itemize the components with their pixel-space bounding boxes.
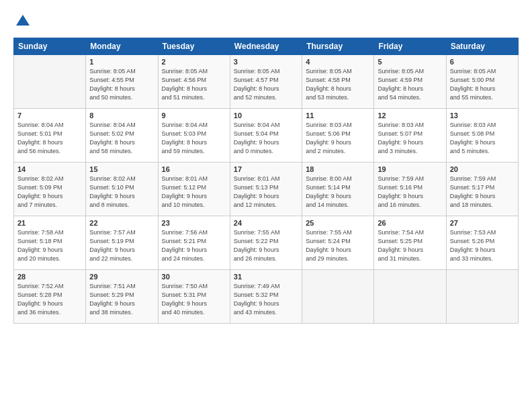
day-number: 24 (234, 219, 298, 227)
day-number: 11 (306, 111, 370, 120)
day-number: 2 (162, 58, 226, 66)
day-info: Sunrise: 7:56 AM Sunset: 5:21 PM Dayligh… (162, 228, 226, 263)
calendar-cell (14, 55, 86, 109)
calendar-cell: 31Sunrise: 7:49 AM Sunset: 5:32 PM Dayli… (230, 270, 302, 324)
header-row (13, 12, 519, 31)
day-info: Sunrise: 7:59 AM Sunset: 5:16 PM Dayligh… (378, 175, 442, 210)
page: SundayMondayTuesdayWednesdayThursdayFrid… (0, 0, 532, 332)
day-number: 10 (234, 111, 298, 120)
calendar-cell: 10Sunrise: 8:04 AM Sunset: 5:04 PM Dayli… (230, 109, 302, 163)
day-info: Sunrise: 7:49 AM Sunset: 5:32 PM Dayligh… (234, 282, 298, 317)
day-header-sunday: Sunday (14, 38, 86, 55)
calendar-cell: 1Sunrise: 8:05 AM Sunset: 4:55 PM Daylig… (86, 55, 158, 109)
calendar-cell (302, 270, 374, 324)
calendar-cell: 28Sunrise: 7:52 AM Sunset: 5:28 PM Dayli… (14, 270, 86, 324)
week-row-0: 1Sunrise: 8:05 AM Sunset: 4:55 PM Daylig… (14, 55, 519, 109)
calendar-cell: 9Sunrise: 8:04 AM Sunset: 5:03 PM Daylig… (158, 109, 230, 163)
day-number: 14 (17, 165, 82, 173)
calendar-cell: 27Sunrise: 7:53 AM Sunset: 5:26 PM Dayli… (446, 216, 518, 270)
day-number: 8 (89, 111, 154, 120)
day-header-saturday: Saturday (446, 38, 518, 55)
calendar-cell: 14Sunrise: 8:02 AM Sunset: 5:09 PM Dayli… (14, 163, 86, 216)
day-info: Sunrise: 7:51 AM Sunset: 5:29 PM Dayligh… (89, 282, 154, 317)
calendar-cell: 21Sunrise: 7:58 AM Sunset: 5:18 PM Dayli… (14, 216, 86, 270)
calendar-cell: 22Sunrise: 7:57 AM Sunset: 5:19 PM Dayli… (86, 216, 158, 270)
day-number: 6 (450, 58, 515, 66)
day-number: 7 (17, 111, 82, 120)
day-info: Sunrise: 8:04 AM Sunset: 5:01 PM Dayligh… (17, 121, 82, 156)
day-number: 17 (234, 165, 298, 173)
day-number: 3 (234, 58, 298, 66)
day-header-monday: Monday (86, 38, 158, 55)
day-info: Sunrise: 8:05 AM Sunset: 5:00 PM Dayligh… (450, 67, 515, 102)
day-info: Sunrise: 8:05 AM Sunset: 4:56 PM Dayligh… (162, 67, 226, 102)
calendar-table: SundayMondayTuesdayWednesdayThursdayFrid… (13, 38, 519, 324)
calendar-cell: 6Sunrise: 8:05 AM Sunset: 5:00 PM Daylig… (446, 55, 518, 109)
day-number: 19 (378, 165, 442, 173)
day-info: Sunrise: 8:00 AM Sunset: 5:14 PM Dayligh… (306, 175, 370, 210)
day-info: Sunrise: 8:05 AM Sunset: 4:55 PM Dayligh… (89, 67, 154, 102)
day-number: 13 (450, 111, 515, 120)
header-row-days: SundayMondayTuesdayWednesdayThursdayFrid… (14, 38, 519, 55)
week-row-4: 28Sunrise: 7:52 AM Sunset: 5:28 PM Dayli… (14, 270, 519, 324)
day-number: 16 (162, 165, 226, 173)
calendar-cell: 29Sunrise: 7:51 AM Sunset: 5:29 PM Dayli… (86, 270, 158, 324)
day-info: Sunrise: 7:55 AM Sunset: 5:22 PM Dayligh… (234, 228, 298, 263)
day-info: Sunrise: 7:54 AM Sunset: 5:25 PM Dayligh… (378, 228, 442, 263)
day-info: Sunrise: 8:04 AM Sunset: 5:04 PM Dayligh… (234, 121, 298, 156)
day-number: 4 (306, 58, 370, 66)
calendar-cell: 3Sunrise: 8:05 AM Sunset: 4:57 PM Daylig… (230, 55, 302, 109)
calendar-cell: 30Sunrise: 7:50 AM Sunset: 5:31 PM Dayli… (158, 270, 230, 324)
day-number: 27 (450, 219, 515, 227)
calendar-cell: 4Sunrise: 8:05 AM Sunset: 4:58 PM Daylig… (302, 55, 374, 109)
logo-icon (13, 12, 32, 31)
day-info: Sunrise: 8:01 AM Sunset: 5:13 PM Dayligh… (234, 175, 298, 210)
day-info: Sunrise: 8:03 AM Sunset: 5:06 PM Dayligh… (306, 121, 370, 156)
day-header-friday: Friday (374, 38, 446, 55)
calendar-cell: 8Sunrise: 8:04 AM Sunset: 5:02 PM Daylig… (86, 109, 158, 163)
calendar-cell: 19Sunrise: 7:59 AM Sunset: 5:16 PM Dayli… (374, 163, 446, 216)
week-row-3: 21Sunrise: 7:58 AM Sunset: 5:18 PM Dayli… (14, 216, 519, 270)
calendar-cell (374, 270, 446, 324)
day-info: Sunrise: 7:59 AM Sunset: 5:17 PM Dayligh… (450, 175, 515, 210)
day-number: 30 (162, 273, 226, 281)
day-info: Sunrise: 8:02 AM Sunset: 5:10 PM Dayligh… (89, 175, 154, 210)
day-info: Sunrise: 7:58 AM Sunset: 5:18 PM Dayligh… (17, 228, 82, 263)
calendar-cell: 18Sunrise: 8:00 AM Sunset: 5:14 PM Dayli… (302, 163, 374, 216)
day-info: Sunrise: 8:05 AM Sunset: 4:59 PM Dayligh… (378, 67, 442, 102)
svg-marker-0 (16, 15, 30, 26)
day-info: Sunrise: 8:05 AM Sunset: 4:57 PM Dayligh… (234, 67, 298, 102)
day-number: 22 (89, 219, 154, 227)
day-info: Sunrise: 7:53 AM Sunset: 5:26 PM Dayligh… (450, 228, 515, 263)
calendar-cell: 5Sunrise: 8:05 AM Sunset: 4:59 PM Daylig… (374, 55, 446, 109)
day-number: 25 (306, 219, 370, 227)
day-info: Sunrise: 7:52 AM Sunset: 5:28 PM Dayligh… (17, 282, 82, 317)
day-info: Sunrise: 8:01 AM Sunset: 5:12 PM Dayligh… (162, 175, 226, 210)
day-number: 26 (378, 219, 442, 227)
calendar-cell: 24Sunrise: 7:55 AM Sunset: 5:22 PM Dayli… (230, 216, 302, 270)
calendar-cell: 20Sunrise: 7:59 AM Sunset: 5:17 PM Dayli… (446, 163, 518, 216)
calendar-cell: 2Sunrise: 8:05 AM Sunset: 4:56 PM Daylig… (158, 55, 230, 109)
calendar-cell: 13Sunrise: 8:03 AM Sunset: 5:08 PM Dayli… (446, 109, 518, 163)
day-info: Sunrise: 7:50 AM Sunset: 5:31 PM Dayligh… (162, 282, 226, 317)
calendar-cell: 12Sunrise: 8:03 AM Sunset: 5:07 PM Dayli… (374, 109, 446, 163)
day-number: 1 (89, 58, 154, 66)
day-info: Sunrise: 7:55 AM Sunset: 5:24 PM Dayligh… (306, 228, 370, 263)
logo (13, 12, 35, 31)
day-number: 18 (306, 165, 370, 173)
calendar-cell: 25Sunrise: 7:55 AM Sunset: 5:24 PM Dayli… (302, 216, 374, 270)
week-row-2: 14Sunrise: 8:02 AM Sunset: 5:09 PM Dayli… (14, 163, 519, 216)
calendar-cell: 15Sunrise: 8:02 AM Sunset: 5:10 PM Dayli… (86, 163, 158, 216)
day-number: 21 (17, 219, 82, 227)
day-info: Sunrise: 7:57 AM Sunset: 5:19 PM Dayligh… (89, 228, 154, 263)
calendar-cell: 23Sunrise: 7:56 AM Sunset: 5:21 PM Dayli… (158, 216, 230, 270)
day-info: Sunrise: 8:04 AM Sunset: 5:02 PM Dayligh… (89, 121, 154, 156)
day-number: 29 (89, 273, 154, 281)
calendar-cell: 17Sunrise: 8:01 AM Sunset: 5:13 PM Dayli… (230, 163, 302, 216)
day-info: Sunrise: 8:03 AM Sunset: 5:07 PM Dayligh… (378, 121, 442, 156)
day-header-thursday: Thursday (302, 38, 374, 55)
day-number: 15 (89, 165, 154, 173)
calendar-cell: 16Sunrise: 8:01 AM Sunset: 5:12 PM Dayli… (158, 163, 230, 216)
calendar-cell (446, 270, 518, 324)
day-header-wednesday: Wednesday (230, 38, 302, 55)
